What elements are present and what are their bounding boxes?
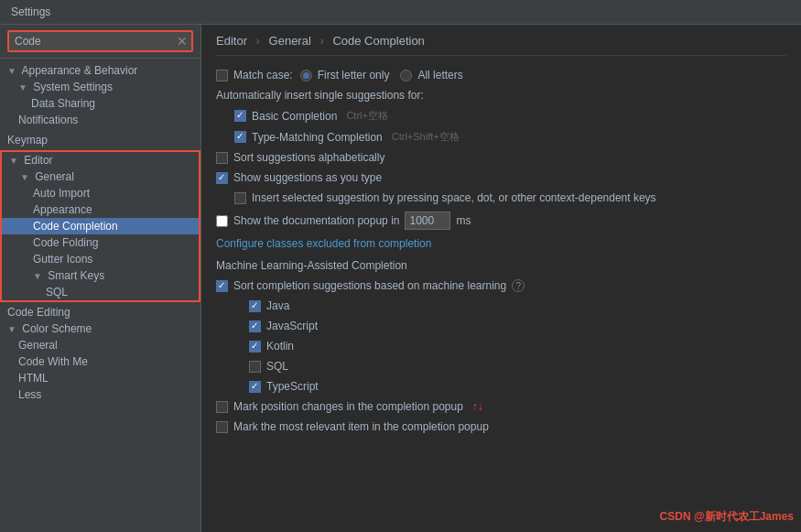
item-label: Smart Keys	[48, 269, 104, 282]
sql-checkbox[interactable]	[249, 361, 261, 373]
insert-on-space-checkbox[interactable]	[234, 192, 246, 204]
item-label: Auto Import	[33, 187, 90, 200]
sidebar-item-code-completion[interactable]: Code Completion	[2, 218, 199, 234]
first-letter-text: First letter only	[318, 69, 390, 81]
match-case-text: Match case:	[233, 69, 293, 81]
breadcrumb: Editor › General › Code Completion	[216, 34, 786, 56]
search-input[interactable]	[7, 30, 193, 52]
all-letters-radio[interactable]	[400, 70, 412, 81]
ml-help-icon[interactable]: ?	[512, 279, 525, 292]
watermark: CSDN @新时代农工James	[660, 509, 794, 525]
item-label: System Settings	[33, 81, 113, 93]
javascript-row: JavaScript	[249, 320, 786, 332]
item-label: Appearance & Behavior	[22, 64, 138, 77]
sidebar-item-notifications[interactable]: Notifications	[0, 112, 200, 128]
first-letter-label[interactable]: First letter only	[300, 69, 390, 81]
java-text: Java	[266, 299, 289, 312]
mark-position-checkbox[interactable]	[216, 401, 228, 413]
auto-insert-section-label: Automatically insert single suggestions …	[216, 89, 786, 102]
show-suggestions-label[interactable]: Show suggestions as you type	[216, 171, 382, 184]
sidebar-item-code-folding[interactable]: Code Folding	[2, 234, 199, 251]
match-case-label[interactable]: Match case:	[216, 69, 293, 81]
all-letters-text: All letters	[417, 69, 462, 81]
mark-relevant-row: Mark the most relevant item in the compl…	[216, 420, 786, 433]
sidebar-item-code-with-me[interactable]: Code With Me	[0, 353, 200, 370]
kotlin-label[interactable]: Kotlin	[249, 340, 294, 353]
kotlin-checkbox[interactable]	[249, 341, 261, 353]
sidebar-item-gutter-icons[interactable]: Gutter Icons	[2, 251, 199, 267]
editor-section-box: ▼ Editor ▼ General Auto Import Appearanc…	[0, 150, 200, 302]
mark-relevant-label[interactable]: Mark the most relevant item in the compl…	[216, 420, 489, 433]
sidebar: ✕ ▼ Appearance & Behavior ▼ System Setti…	[0, 25, 201, 532]
javascript-checkbox[interactable]	[249, 320, 261, 332]
typescript-label[interactable]: TypeScript	[249, 380, 319, 393]
sidebar-item-color-scheme-general[interactable]: General	[0, 337, 200, 353]
item-label: Gutter Icons	[33, 253, 92, 266]
sidebar-item-less[interactable]: Less	[0, 386, 200, 403]
item-label: Editor	[24, 154, 52, 167]
sidebar-item-data-sharing[interactable]: Data Sharing	[0, 95, 200, 112]
sidebar-item-keymap[interactable]: Keymap	[0, 132, 200, 148]
type-matching-label[interactable]: Type-Matching Completion Ctrl+Shift+空格	[234, 130, 460, 144]
type-matching-checkbox[interactable]	[234, 131, 246, 143]
sort-alpha-checkbox[interactable]	[216, 152, 228, 164]
type-matching-row: Type-Matching Completion Ctrl+Shift+空格	[234, 130, 786, 144]
typescript-checkbox[interactable]	[249, 381, 261, 393]
sidebar-item-sql[interactable]: SQL	[2, 284, 199, 300]
sidebar-item-system-settings[interactable]: ▼ System Settings	[0, 79, 200, 95]
breadcrumb-part-editor: Editor	[216, 34, 247, 48]
java-checkbox[interactable]	[249, 300, 261, 312]
insert-on-space-label[interactable]: Insert selected suggestion by pressing s…	[234, 191, 656, 204]
java-row: Java	[249, 299, 786, 312]
item-label: General	[35, 170, 74, 183]
item-label: Code Editing	[7, 306, 70, 319]
config-link[interactable]: Configure classes excluded from completi…	[216, 237, 786, 250]
item-label: Code With Me	[18, 355, 88, 368]
sql-row: SQL	[249, 360, 786, 373]
show-suggestions-row: Show suggestions as you type	[216, 171, 786, 184]
title-bar: Settings	[0, 0, 801, 25]
sql-label[interactable]: SQL	[249, 360, 288, 373]
basic-completion-text: Basic Completion	[252, 110, 337, 123]
doc-popup-checkbox[interactable]	[216, 215, 228, 227]
sidebar-item-smart-keys[interactable]: ▼ Smart Keys	[2, 267, 199, 284]
sort-ml-label[interactable]: Sort completion suggestions based on mac…	[216, 279, 525, 292]
sidebar-item-code-editing[interactable]: Code Editing	[0, 304, 200, 320]
java-label[interactable]: Java	[249, 299, 289, 312]
item-label: Code Folding	[33, 236, 98, 249]
expand-icon: ▼	[9, 156, 18, 166]
sort-alpha-text: Sort suggestions alphabetically	[233, 151, 384, 164]
match-case-checkbox[interactable]	[216, 70, 228, 81]
mark-position-label[interactable]: Mark position changes in the completion …	[216, 400, 483, 413]
doc-popup-row: Show the documentation popup in ms	[216, 212, 786, 230]
show-suggestions-checkbox[interactable]	[216, 172, 228, 184]
content-area: Editor › General › Code Completion Match…	[201, 25, 801, 532]
sort-ml-checkbox[interactable]	[216, 280, 228, 292]
basic-completion-label[interactable]: Basic Completion Ctrl+空格	[234, 109, 388, 123]
basic-completion-checkbox[interactable]	[234, 110, 246, 122]
first-letter-radio[interactable]	[300, 70, 312, 81]
breadcrumb-sep-2: ›	[319, 34, 323, 48]
sidebar-item-appearance[interactable]: Appearance	[2, 201, 199, 218]
search-wrapper: ✕	[0, 25, 200, 59]
sort-alpha-label[interactable]: Sort suggestions alphabetically	[216, 151, 384, 164]
search-clear-icon[interactable]: ✕	[177, 34, 188, 49]
sort-ml-text: Sort completion suggestions based on mac…	[233, 279, 506, 292]
sidebar-item-appearance-behavior[interactable]: ▼ Appearance & Behavior	[0, 62, 200, 79]
item-label: Data Sharing	[31, 97, 95, 110]
expand-icon: ▼	[33, 271, 42, 281]
item-label: Appearance	[33, 203, 92, 216]
sidebar-item-general[interactable]: ▼ General	[2, 168, 199, 185]
sidebar-item-auto-import[interactable]: Auto Import	[2, 185, 199, 201]
doc-popup-input[interactable]	[405, 212, 450, 230]
sidebar-item-color-scheme[interactable]: ▼ Color Scheme	[0, 320, 200, 337]
item-label: Color Scheme	[22, 322, 92, 335]
sidebar-tree: ▼ Appearance & Behavior ▼ System Setting…	[0, 59, 200, 532]
item-label: HTML	[18, 372, 49, 385]
mark-relevant-checkbox[interactable]	[216, 421, 228, 433]
sidebar-item-html[interactable]: HTML	[0, 370, 200, 386]
all-letters-label[interactable]: All letters	[400, 69, 462, 81]
ml-section-label: Machine Learning-Assisted Completion	[216, 259, 786, 272]
javascript-label[interactable]: JavaScript	[249, 320, 318, 332]
sidebar-item-editor[interactable]: ▼ Editor	[2, 152, 199, 168]
